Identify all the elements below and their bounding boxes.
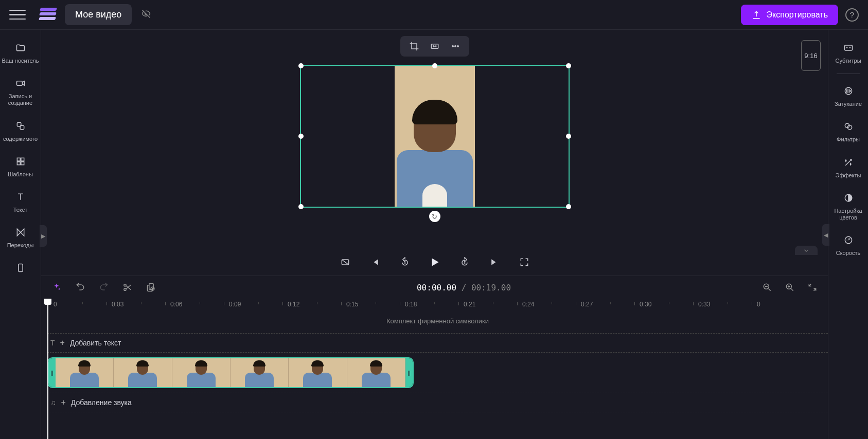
undo-button[interactable]	[73, 280, 87, 295]
svg-rect-3	[17, 158, 20, 161]
fade-icon	[829, 84, 867, 98]
panel-item-fade[interactable]: Затухание	[828, 79, 868, 115]
rotate-handle[interactable]: ↻	[429, 211, 440, 222]
sidebar-item-text[interactable]: Текст	[0, 185, 41, 221]
time-ruler[interactable]: 0 0:03 0:06 0:09 0:12 0:15 0:18 0:21 0:2…	[47, 299, 828, 313]
svg-rect-8	[844, 45, 852, 50]
forward-5-button[interactable]: 5	[457, 255, 472, 269]
sidebar-item-record[interactable]: Запись и создание	[0, 71, 41, 114]
panel-item-filters[interactable]: Фильтры	[828, 115, 868, 150]
fullscreen-button[interactable]	[517, 255, 532, 269]
play-button[interactable]	[428, 255, 442, 269]
panel-item-speed[interactable]: Скорость	[828, 228, 868, 264]
ruler-tick: 0	[757, 301, 760, 308]
resize-handle-tm[interactable]	[432, 63, 437, 68]
panel-item-color[interactable]: Настройка цветов	[828, 186, 868, 228]
sidebar-item-transitions[interactable]: Переходы	[0, 221, 41, 256]
aspect-ratio-button[interactable]: 9:16	[801, 40, 821, 71]
text-track[interactable]: T + Добавить текст	[47, 333, 828, 353]
svg-rect-6	[21, 162, 24, 165]
cc-icon	[829, 41, 867, 54]
video-clip[interactable]: || ||	[47, 357, 414, 388]
seek-end-button[interactable]	[487, 255, 502, 269]
panel-item-effects[interactable]: Эффекты	[828, 151, 868, 186]
camera-icon	[1, 77, 40, 90]
sidebar-item-more[interactable]	[0, 256, 41, 282]
split-button[interactable]	[120, 280, 135, 295]
playhead[interactable]	[47, 299, 48, 439]
phone-icon	[1, 261, 40, 275]
ruler-tick: 0:12	[288, 301, 299, 308]
safe-zones-button[interactable]	[338, 255, 352, 269]
timeline-area: 00:00.00 / 00:19.00 0 0:03 0:06 0:09 0:1…	[41, 276, 828, 439]
crop-button[interactable]	[409, 41, 420, 52]
resize-handle-mr[interactable]	[566, 134, 571, 139]
music-icon: ♫	[50, 398, 56, 407]
resize-handle-bl[interactable]	[298, 204, 304, 209]
wand-icon	[829, 156, 867, 169]
audio-track[interactable]: ♫ + Добавление звука	[47, 393, 828, 412]
sidebar-label: Переходы	[1, 242, 40, 249]
panel-label: Затухание	[829, 101, 867, 107]
left-sidebar: Ваш носитель Запись и создание содержимо…	[0, 30, 41, 439]
svg-rect-0	[16, 81, 22, 85]
video-track[interactable]: || ||	[47, 357, 828, 389]
export-button[interactable]: Экспортировать	[741, 5, 838, 25]
collapse-timeline-handle[interactable]	[795, 246, 818, 255]
project-title[interactable]: Мое видео	[65, 4, 132, 25]
rewind-5-button[interactable]: 5	[398, 255, 412, 269]
text-icon	[1, 190, 40, 204]
clip-trim-right[interactable]: ||	[405, 358, 413, 387]
clip-trim-left[interactable]: ||	[48, 358, 56, 387]
ruler-tick: 0:21	[464, 301, 475, 308]
resize-handle-tl[interactable]	[298, 63, 304, 68]
sidebar-label: Запись и создание	[1, 93, 40, 106]
content-icon	[1, 119, 40, 133]
canvas-selection[interactable]: ↻	[300, 65, 570, 208]
contrast-icon	[829, 191, 867, 205]
svg-point-21	[59, 288, 60, 290]
timeline-tracks[interactable]: 0 0:03 0:06 0:09 0:12 0:15 0:18 0:21 0:2…	[41, 299, 828, 439]
add-icon: +	[60, 338, 65, 347]
sidebar-item-content[interactable]: содержимого	[0, 114, 41, 150]
zoom-fit-button[interactable]	[805, 280, 820, 295]
zoom-in-button[interactable]	[783, 280, 797, 295]
panel-label: Субтитры	[829, 58, 867, 64]
ruler-tick: 0:18	[405, 301, 417, 308]
video-clip-preview	[395, 66, 475, 207]
sidebar-item-media[interactable]: Ваш носитель	[0, 36, 41, 71]
svg-text:5: 5	[464, 261, 465, 264]
total-duration: 00:19.00	[471, 283, 511, 292]
clip-thumbnails	[56, 358, 405, 387]
ai-button[interactable]	[49, 280, 64, 295]
speed-icon	[829, 233, 867, 247]
seek-start-button[interactable]	[368, 255, 382, 269]
templates-icon	[1, 155, 40, 168]
svg-rect-4	[21, 158, 24, 161]
transitions-icon	[1, 226, 40, 239]
svg-point-15	[452, 46, 453, 47]
audio-track-label: Добавление звука	[71, 398, 132, 407]
more-options-button[interactable]	[450, 41, 461, 52]
zoom-out-button[interactable]	[760, 280, 774, 295]
visibility-off-icon[interactable]	[141, 9, 151, 21]
resize-handle-br[interactable]	[566, 204, 571, 209]
ruler-tick: 0:03	[112, 301, 123, 308]
resize-handle-tr[interactable]	[566, 63, 571, 68]
preview-toolbar	[400, 36, 469, 57]
svg-text:5: 5	[404, 261, 405, 264]
sidebar-label: содержимого	[1, 136, 40, 142]
panel-item-subtitles[interactable]: Субтитры	[828, 36, 868, 71]
fit-button[interactable]	[429, 41, 440, 52]
export-label: Экспортировать	[767, 10, 828, 20]
resize-handle-ml[interactable]	[298, 134, 304, 139]
duplicate-button[interactable]	[144, 280, 158, 295]
help-button[interactable]: ?	[845, 8, 859, 22]
menu-button[interactable]	[9, 7, 26, 23]
ruler-tick: 0:06	[170, 301, 182, 308]
redo-button[interactable]	[97, 280, 111, 295]
app-header: Мое видео Экспортировать ?	[0, 0, 868, 30]
sidebar-item-templates[interactable]: Шаблоны	[0, 150, 41, 185]
ruler-tick: 0:27	[581, 301, 593, 308]
app-logo[interactable]	[39, 8, 57, 22]
